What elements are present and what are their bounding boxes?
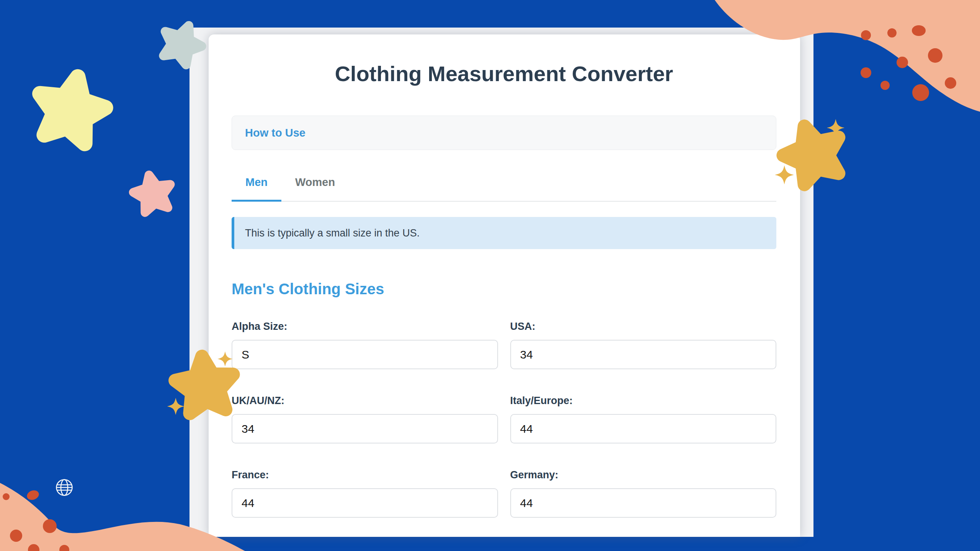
field-alpha-size: Alpha Size: (232, 320, 498, 369)
sparkle-right-top (827, 119, 844, 137)
field-italy-europe: Italy/Europe: (510, 395, 777, 443)
converter-card: Clothing Measurement Converter How to Us… (209, 34, 800, 537)
app-window: Clothing Measurement Converter How to Us… (189, 28, 813, 537)
germany-input[interactable] (510, 488, 777, 518)
usa-input[interactable] (510, 340, 777, 369)
alpha-size-label: Alpha Size: (232, 320, 498, 333)
field-germany: Germany: (510, 469, 777, 518)
pink-star (131, 171, 175, 214)
size-info-text: This is typically a small size in the US… (245, 227, 420, 239)
alpha-size-input[interactable] (232, 340, 498, 369)
how-to-use-accordion[interactable]: How to Use (232, 116, 776, 150)
field-france: France: (232, 469, 498, 518)
uk-au-nz-label: UK/AU/NZ: (232, 395, 498, 407)
blob-dots-bottom-left (3, 489, 69, 551)
size-info-alert: This is typically a small size in the US… (232, 217, 776, 249)
field-uk-au-nz: UK/AU/NZ: (232, 395, 498, 443)
page-title: Clothing Measurement Converter (232, 60, 776, 87)
tab-men[interactable]: Men (232, 175, 281, 202)
tab-women[interactable]: Women (281, 175, 349, 202)
blob-dots-top-right (861, 25, 956, 101)
italy-europe-input[interactable] (510, 414, 777, 443)
uk-au-nz-input[interactable] (232, 414, 498, 443)
gender-tabs: Men Women (232, 175, 776, 202)
pale-yellow-star (32, 70, 111, 146)
italy-europe-label: Italy/Europe: (510, 395, 777, 407)
globe-icon (57, 480, 72, 496)
field-usa: USA: (510, 320, 777, 369)
sparkle-left-bottom (167, 398, 185, 415)
germany-label: Germany: (510, 469, 777, 481)
size-fields-grid: Alpha Size: USA: UK/AU/NZ: Italy/Europe:… (232, 320, 776, 518)
france-input[interactable] (232, 488, 498, 518)
how-to-use-label: How to Use (245, 127, 305, 139)
section-heading: Men's Clothing Sizes (232, 280, 776, 298)
usa-label: USA: (510, 320, 777, 333)
france-label: France: (232, 469, 498, 481)
